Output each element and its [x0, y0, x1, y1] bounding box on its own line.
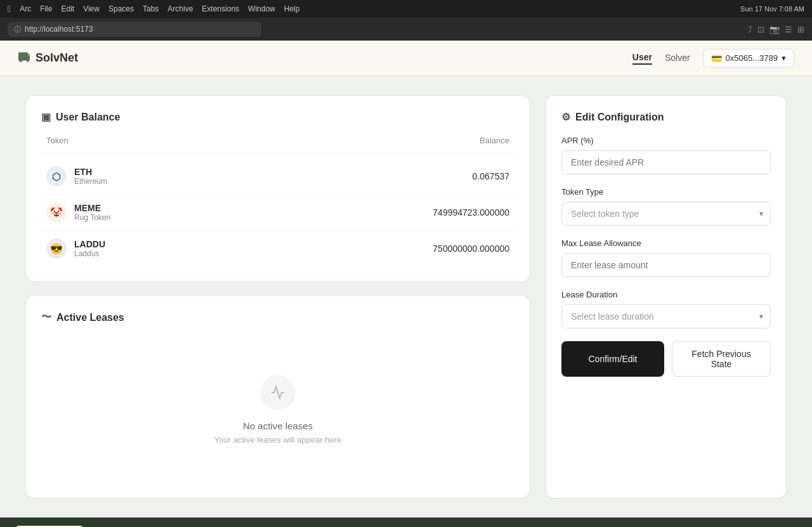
eth-balance: 0.067537 [473, 171, 509, 181]
balance-table-header: Token Balance [41, 136, 514, 153]
laddu-balance: 750000000.000000 [433, 244, 509, 254]
apr-label: APR (%) [561, 136, 771, 145]
wallet-icon: 💳 [711, 53, 722, 63]
share-icon[interactable]: ⤴ [748, 25, 752, 34]
macos-menu:  Arc File Edit View Spaces Tabs Archive… [8, 4, 299, 14]
empty-leases-subtitle: Your active leases will appear here [214, 435, 341, 445]
max-lease-group: Max Lease Allowance [561, 238, 771, 277]
wallet-chevron-icon: ▾ [782, 53, 786, 63]
empty-leases-state: No active leases Your active leases will… [41, 337, 514, 483]
menu-edit[interactable]: Edit [61, 4, 74, 13]
eth-symbol: ETH [74, 167, 473, 177]
main-content: ▣ User Balance Token Balance ⬡ ETH Ether… [0, 76, 812, 517]
token-type-select-wrapper: Select token type ETH MEME LADDU ▾ [561, 202, 771, 226]
footer: Team SolvNet Solver Dashboard Solver Exp… [0, 517, 812, 527]
eth-icon: ⬡ [46, 166, 67, 186]
config-icon: ⚙ [561, 111, 570, 123]
meme-balance: 749994723.000000 [433, 207, 509, 218]
nav-solver[interactable]: Solver [665, 53, 690, 64]
laddu-name: Laddus [74, 249, 433, 258]
edit-config-card: ⚙ Edit Configuration APR (%) Token Type … [546, 95, 787, 498]
app-title: SolvNet [36, 51, 78, 65]
empty-leases-title: No active leases [243, 420, 313, 431]
laddu-symbol: LADDU [74, 239, 433, 249]
edit-config-header: ⚙ Edit Configuration [561, 111, 771, 123]
wallet-badge[interactable]: 💳 0x5065...3789 ▾ [703, 49, 794, 68]
footer-skyline [0, 524, 812, 527]
browser-action-icons: ⤴ ⊡ 📷 ☰ ⊞ [748, 25, 804, 34]
edit-config-title: Edit Configuration [575, 112, 664, 123]
leases-icon: 〜 [41, 311, 51, 324]
wallet-address: 0x5065...3789 [726, 53, 778, 63]
token-type-select[interactable]: Select token type ETH MEME LADDU [561, 202, 771, 226]
camera-icon[interactable]: 📷 [769, 25, 780, 34]
laddu-info: LADDU Laddus [74, 239, 433, 258]
lease-duration-select-wrapper: Select lease duration 7 days 14 days 30 … [561, 304, 771, 329]
macos-status: Sun 17 Nov 7:08 AM [740, 5, 804, 13]
active-leases-header: 〜 Active Leases [41, 311, 514, 324]
active-leases-card: 〜 Active Leases No active leases Your ac… [25, 295, 530, 498]
menu-extensions[interactable]: Extensions [202, 4, 239, 13]
token-row-meme: 🤡 MEME Rug Token 749994723.000000 [41, 195, 514, 231]
eth-info: ETH Ethereum [74, 167, 473, 186]
token-row-eth: ⬡ ETH Ethereum 0.067537 [41, 159, 514, 195]
max-lease-input[interactable] [561, 253, 771, 277]
menu-view[interactable]: View [83, 4, 100, 13]
meme-info: MEME Rug Token [74, 203, 433, 222]
user-balance-header: ▣ User Balance [41, 111, 514, 123]
info-icon: ⓘ [14, 25, 21, 34]
menu-arc[interactable]: Arc [20, 4, 31, 13]
lease-duration-label: Lease Duration [561, 290, 771, 299]
meme-icon: 🤡 [46, 202, 67, 223]
token-type-group: Token Type Select token type ETH MEME LA… [561, 187, 771, 226]
lease-duration-group: Lease Duration Select lease duration 7 d… [561, 290, 771, 329]
app-logo: ⛟ SolvNet [18, 51, 78, 65]
menu-spaces[interactable]: Spaces [108, 4, 134, 13]
menu-help[interactable]: Help [284, 4, 300, 13]
menu-file[interactable]: File [40, 4, 52, 13]
menu-archive[interactable]: Archive [167, 4, 193, 13]
active-leases-title: Active Leases [56, 312, 124, 323]
user-balance-card: ▣ User Balance Token Balance ⬡ ETH Ether… [25, 95, 530, 282]
col-balance-label: Balance [480, 136, 509, 145]
confirm-edit-button[interactable]: Confirm/Edit [561, 341, 664, 377]
bookmark-icon[interactable]: ☰ [785, 25, 792, 34]
eth-name: Ethereum [74, 177, 473, 186]
url-bar[interactable]: ⓘ http://localhost:5173 [8, 22, 261, 37]
apple-icon:  [8, 4, 11, 14]
empty-leases-icon [260, 375, 296, 410]
lease-duration-select[interactable]: Select lease duration 7 days 14 days 30 … [561, 304, 771, 329]
apr-group: APR (%) [561, 136, 771, 174]
meme-name: Rug Token [74, 213, 433, 222]
right-column: ⚙ Edit Configuration APR (%) Token Type … [546, 95, 787, 498]
col-token-label: Token [46, 136, 69, 145]
user-balance-title: User Balance [56, 112, 120, 123]
config-btn-row: Confirm/Edit Fetch Previous State [561, 341, 771, 377]
token-type-label: Token Type [561, 187, 771, 197]
nav-user[interactable]: User [632, 52, 652, 65]
macos-time: Sun 17 Nov 7:08 AM [740, 5, 804, 13]
nav-right: User Solver 💳 0x5065...3789 ▾ [632, 49, 794, 68]
laddu-icon: 😎 [46, 238, 67, 259]
menu-window[interactable]: Window [248, 4, 275, 13]
menu-tabs[interactable]: Tabs [143, 4, 159, 13]
app-nav: ⛟ SolvNet User Solver 💳 0x5065...3789 ▾ [0, 41, 812, 76]
macos-bar:  Arc File Edit View Spaces Tabs Archive… [0, 0, 812, 18]
max-lease-label: Max Lease Allowance [561, 238, 771, 248]
token-row-laddu: 😎 LADDU Laddus 750000000.000000 [41, 231, 514, 266]
balance-icon: ▣ [41, 111, 51, 123]
browser-chrome: ⓘ http://localhost:5173 ⤴ ⊡ 📷 ☰ ⊞ [0, 18, 812, 41]
screenshot-icon[interactable]: ⊡ [757, 25, 764, 34]
meme-symbol: MEME [74, 203, 433, 213]
fetch-previous-state-button[interactable]: Fetch Previous State [672, 341, 771, 377]
logo-icon: ⛟ [18, 51, 30, 65]
extensions-icon[interactable]: ⊞ [797, 25, 804, 34]
apr-input[interactable] [561, 150, 771, 174]
url-text: http://localhost:5173 [25, 25, 93, 34]
left-column: ▣ User Balance Token Balance ⬡ ETH Ether… [25, 95, 530, 498]
